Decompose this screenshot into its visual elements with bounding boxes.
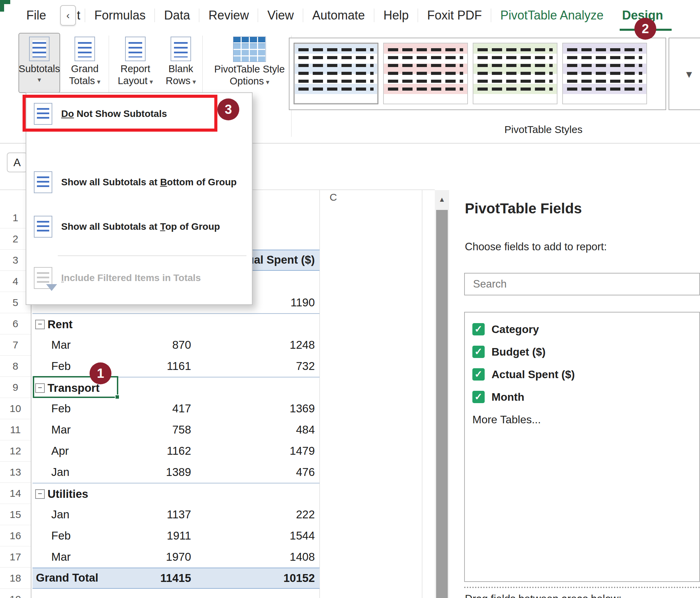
pivot-group-row-utilities[interactable]: Utilities bbox=[32, 483, 320, 504]
cell-actual[interactable]: 1479 bbox=[193, 440, 315, 462]
pivot-data-row[interactable]: Jan1389476 bbox=[32, 462, 320, 483]
cell-month[interactable]: Mar bbox=[51, 419, 71, 440]
menu-item-include-filtered-items: Include Filtered Items in Totals bbox=[26, 262, 252, 294]
style-thumb-blue[interactable] bbox=[294, 43, 378, 104]
grand-totals-button[interactable]: GrandTotals▾ bbox=[64, 33, 106, 93]
pivot-data-row[interactable]: Mar758484 bbox=[32, 419, 320, 440]
pivot-data-row[interactable]: Jan1137222 bbox=[32, 504, 320, 525]
cell-month[interactable]: Feb bbox=[51, 398, 71, 419]
cell-budget-total[interactable]: 11415 bbox=[84, 568, 191, 588]
row-header-13[interactable]: 13 bbox=[0, 462, 31, 483]
vertical-scrollbar[interactable] bbox=[435, 190, 449, 598]
tab-review[interactable]: Review bbox=[199, 0, 258, 31]
field-label: Actual Spent ($) bbox=[492, 368, 575, 381]
pivot-data-row[interactable]: Mar8701248 bbox=[32, 334, 320, 356]
row-header-12[interactable]: 12 bbox=[0, 440, 31, 462]
scroll-up-icon bbox=[439, 196, 445, 203]
cell-budget[interactable]: 758 bbox=[84, 419, 191, 440]
pivot-data-row[interactable]: Feb1161732 bbox=[32, 356, 320, 377]
subtotals-list-icon bbox=[34, 216, 52, 238]
subtotals-button[interactable]: Subtotals▾ bbox=[18, 33, 60, 93]
menu-item-subtotals-top-of-group[interactable]: Show all Subtotals at Top of Group bbox=[26, 211, 252, 242]
gallery-more-button[interactable] bbox=[669, 38, 700, 110]
cell-actual-total[interactable]: 10152 bbox=[193, 568, 315, 588]
style-thumb-green[interactable] bbox=[473, 43, 557, 104]
menu-item-subtotals-bottom-of-group[interactable]: Show all Subtotals at Bottom of Group bbox=[26, 167, 252, 198]
tab-pivottable-analyze[interactable]: PivotTable Analyze bbox=[491, 0, 613, 31]
cell-actual[interactable]: 484 bbox=[193, 419, 315, 440]
blank-rows-button[interactable]: BlankRows▾ bbox=[160, 33, 202, 93]
report-layout-button[interactable]: ReportLayout▾ bbox=[113, 33, 158, 93]
row-header-15[interactable]: 15 bbox=[0, 504, 31, 525]
row-header-6[interactable]: 6 bbox=[0, 313, 31, 334]
cell-month[interactable]: Jan bbox=[51, 504, 69, 525]
cell-month[interactable]: Jan bbox=[51, 462, 69, 483]
cell-actual[interactable]: 1369 bbox=[193, 398, 315, 419]
pivot-data-row[interactable]: Feb4171369 bbox=[32, 398, 320, 419]
field-item-category[interactable]: Category bbox=[465, 318, 699, 341]
tab-collapsed-group[interactable]: ‹t bbox=[55, 0, 85, 31]
tab-formulas[interactable]: Formulas bbox=[85, 0, 155, 31]
row-header-9[interactable]: 9 bbox=[0, 377, 31, 398]
pivot-data-row[interactable]: Mar19701408 bbox=[32, 546, 320, 568]
pivottable-style-options-button[interactable]: PivotTable StyleOptions▾ bbox=[206, 33, 293, 93]
tab-file[interactable]: File bbox=[17, 0, 55, 31]
row-header-18[interactable]: 18 bbox=[0, 568, 31, 589]
row-header-19[interactable]: 19 bbox=[0, 589, 31, 598]
field-item-actual-spent[interactable]: Actual Spent ($) bbox=[465, 363, 699, 386]
cell-actual[interactable]: 1408 bbox=[193, 546, 315, 568]
cell-budget[interactable]: 1389 bbox=[84, 462, 191, 483]
fields-search-input[interactable] bbox=[464, 273, 700, 295]
collapse-button[interactable] bbox=[35, 320, 45, 329]
cell-actual[interactable]: 732 bbox=[193, 356, 315, 377]
cell-month[interactable]: Apr bbox=[51, 440, 69, 462]
row-header-10[interactable]: 10 bbox=[0, 398, 31, 419]
checkbox-checked[interactable] bbox=[472, 391, 485, 403]
checkbox-checked[interactable] bbox=[472, 368, 485, 381]
cell-actual[interactable]: 222 bbox=[193, 504, 315, 525]
cell-budget[interactable]: 417 bbox=[84, 398, 191, 419]
tab-overflow-chevron-icon[interactable]: ‹ bbox=[60, 5, 76, 26]
tab-foxit-pdf[interactable]: Foxit PDF bbox=[418, 0, 491, 31]
column-header-letter[interactable]: C bbox=[321, 191, 345, 203]
cell-budget[interactable]: 1162 bbox=[84, 440, 191, 462]
callout-badge-1: 1 bbox=[90, 362, 111, 384]
cell-month[interactable]: Feb bbox=[51, 356, 71, 377]
style-thumb-pink[interactable] bbox=[383, 43, 468, 104]
cell-actual[interactable]: 476 bbox=[193, 462, 315, 483]
cell-budget[interactable]: 1970 bbox=[84, 546, 191, 568]
cell-month[interactable]: Mar bbox=[51, 334, 71, 356]
tab-view[interactable]: View bbox=[258, 0, 303, 31]
cell-actual[interactable]: 1248 bbox=[193, 334, 315, 356]
cell-budget[interactable]: 870 bbox=[84, 334, 191, 356]
pivot-group-row-rent[interactable]: Rent bbox=[32, 313, 320, 334]
cell-budget[interactable]: 1911 bbox=[84, 525, 191, 546]
cell-month[interactable]: Mar bbox=[51, 546, 71, 568]
cell-month[interactable]: Feb bbox=[51, 525, 71, 546]
tab-help[interactable]: Help bbox=[374, 0, 418, 31]
cell-budget[interactable]: 1137 bbox=[84, 504, 191, 525]
more-tables-link[interactable]: More Tables... bbox=[465, 408, 699, 431]
field-item-month[interactable]: Month bbox=[465, 386, 699, 408]
pivot-grand-total-row[interactable]: Grand Total1141510152 bbox=[32, 568, 320, 589]
pivot-data-row[interactable]: Apr11621479 bbox=[32, 440, 320, 462]
row-header-11[interactable]: 11 bbox=[0, 419, 31, 440]
pivot-data-row[interactable]: Feb19111544 bbox=[32, 525, 320, 546]
collapse-button[interactable] bbox=[35, 489, 45, 499]
style-thumb-purple[interactable] bbox=[562, 43, 647, 104]
row-header-7[interactable]: 7 bbox=[0, 334, 31, 356]
row-header-8[interactable]: 8 bbox=[0, 356, 31, 377]
cell-actual[interactable]: 1544 bbox=[193, 525, 315, 546]
checkbox-checked[interactable] bbox=[472, 323, 485, 335]
tab-data[interactable]: Data bbox=[155, 0, 199, 31]
tab-automate[interactable]: Automate bbox=[303, 0, 374, 31]
row-header-14[interactable]: 14 bbox=[0, 483, 31, 504]
scrollbar-thumb[interactable] bbox=[436, 210, 448, 598]
checkbox-checked[interactable] bbox=[472, 346, 485, 358]
row-header-16[interactable]: 16 bbox=[0, 525, 31, 546]
scroll-up-button[interactable] bbox=[435, 190, 449, 209]
fill-handle[interactable] bbox=[115, 395, 120, 399]
field-item-budget[interactable]: Budget ($) bbox=[465, 341, 699, 363]
row-header-17[interactable]: 17 bbox=[0, 546, 31, 568]
name-box[interactable]: A bbox=[7, 152, 27, 172]
